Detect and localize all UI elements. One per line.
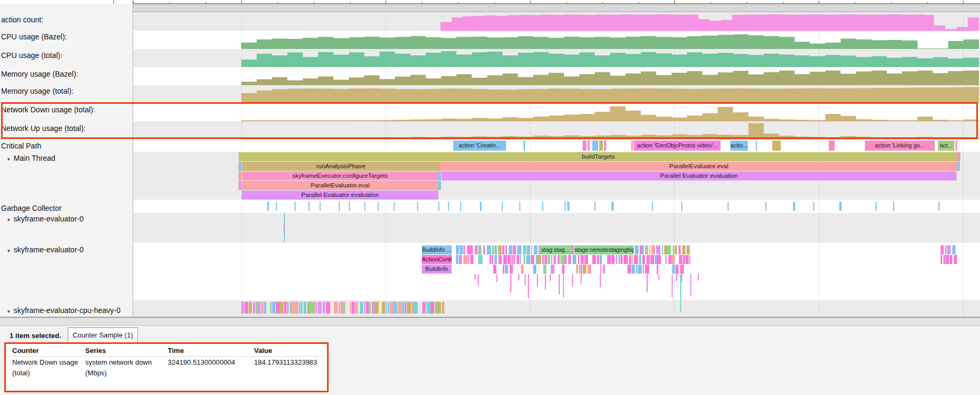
main-thread-slice[interactable]: Parallel Evaluator evaluation (442, 171, 957, 180)
critical-path-slice[interactable]: action 'Creatin... (453, 141, 506, 151)
slice (629, 255, 631, 264)
header-separator (6, 356, 325, 357)
slice (264, 302, 266, 314)
slice (478, 245, 481, 254)
main-thread-slice[interactable] (958, 152, 960, 161)
critical-path-slice[interactable] (604, 141, 606, 151)
critical-path-slice[interactable] (587, 141, 590, 151)
critical-path-slice[interactable] (829, 141, 835, 151)
dangling-slice (600, 274, 601, 287)
slice (683, 255, 685, 264)
main-thread-slice[interactable]: runAnalysisPhase (242, 162, 440, 171)
slice (655, 255, 656, 264)
main-thread-slice[interactable] (438, 171, 441, 180)
counter-chart-cpu-usage-bazel-[interactable] (133, 31, 980, 49)
main-thread-slice[interactable] (239, 162, 241, 171)
gc-tick (295, 202, 296, 211)
main-thread-slice[interactable]: ParallelEvaluator.eval (242, 181, 438, 190)
slice (657, 255, 660, 264)
slice (531, 245, 532, 254)
main-thread-slice[interactable]: buildTargets (239, 152, 958, 161)
slice (355, 302, 358, 314)
main-thread-slice[interactable]: skyframeExecutor.configureTargets (242, 171, 438, 180)
critical-path-slice[interactable] (524, 141, 525, 151)
dangling-slice (581, 274, 582, 284)
slice (257, 302, 260, 314)
slice (339, 302, 340, 314)
track-row-bg (133, 200, 980, 213)
gc-tick (480, 202, 481, 211)
counter-chart-network-up-usage-total-[interactable] (133, 121, 980, 139)
process-header[interactable]: ▾Process 1 (0, 4, 980, 12)
main-thread-slice[interactable] (958, 162, 960, 171)
slice (534, 245, 537, 254)
dangling-slice (698, 274, 699, 281)
gc-tick (765, 202, 766, 211)
sky2-slice[interactable]: BuildInfo ... (422, 245, 452, 254)
main-thread-slice[interactable] (438, 181, 441, 190)
sky1-dash (283, 232, 285, 233)
gc-tick (417, 202, 418, 211)
critical-path-slice[interactable]: act... (938, 141, 954, 151)
main-thread-slice[interactable] (239, 181, 241, 190)
critical-path-slice[interactable] (592, 141, 598, 151)
main-thread-slice[interactable]: Parallel Evaluator evaluation (242, 191, 438, 200)
track-row-bg (133, 213, 980, 243)
critical-path-slice[interactable] (756, 141, 757, 151)
counter-sample-table[interactable]: Counter Series Time Value Network Down u… (4, 342, 329, 392)
slice (639, 255, 641, 264)
horizontal-scrollbar[interactable] (0, 318, 980, 326)
sky2-slice[interactable]: BuildInfo (422, 265, 452, 274)
timeline-tracks[interactable]: action 'Creatin...action 'GenObjcProtos … (0, 13, 980, 317)
critical-path-slice[interactable]: action 'GenObjcProtos video/... (634, 141, 721, 151)
critical-path-slice[interactable] (631, 141, 633, 151)
gc-tick (565, 202, 566, 211)
slice (374, 302, 379, 314)
main-thread-slice[interactable] (239, 171, 241, 180)
gc-tick (448, 202, 449, 211)
slice (954, 255, 957, 264)
gc-tick (728, 202, 729, 211)
slice (551, 255, 552, 264)
slice (318, 302, 322, 314)
slice (323, 302, 325, 314)
time-ruler[interactable] (0, 0, 980, 4)
slice (600, 265, 602, 274)
slice (645, 265, 649, 274)
tab-counter-sample[interactable]: Counter Sample (1) (68, 327, 138, 343)
critical-path-slice[interactable] (772, 141, 781, 151)
sky2-slice[interactable]: stage:remotestagingbigb.remot... (574, 245, 634, 254)
gc-tick (267, 202, 269, 211)
slice (513, 245, 516, 254)
sky2-slice[interactable]: ActionConti... (422, 255, 452, 264)
slice (952, 245, 956, 254)
slice (943, 255, 946, 264)
counter-chart-memory-usage-bazel-[interactable] (133, 67, 980, 85)
gc-tick (308, 202, 309, 211)
slice (467, 245, 471, 254)
counter-chart-cpu-usage-total-[interactable] (133, 49, 980, 67)
critical-path-slice[interactable] (599, 141, 603, 151)
sky1-marker[interactable] (284, 213, 285, 242)
counter-chart-action-count[interactable] (133, 13, 980, 31)
critical-path-slice[interactable] (956, 141, 957, 151)
dangling-slice (518, 274, 519, 281)
slice (565, 255, 567, 264)
critical-path-slice[interactable] (583, 141, 586, 151)
slice (253, 302, 256, 314)
critical-path-slice[interactable]: actio... (730, 141, 748, 151)
slice (517, 245, 521, 254)
slice (304, 302, 307, 314)
gc-tick (893, 202, 894, 211)
counter-chart-memory-usage-total-[interactable] (133, 85, 980, 103)
slice (668, 255, 672, 264)
col-header-counter: Counter (12, 347, 39, 355)
sky2-slice[interactable]: stag:stag... (539, 245, 572, 254)
gc-tick (276, 202, 277, 211)
slice (463, 245, 466, 254)
dangling-slice (496, 274, 497, 282)
critical-path-slice[interactable]: action 'Linking go... (865, 141, 935, 151)
counter-chart-network-down-usage-total-[interactable] (133, 103, 980, 121)
slice (398, 302, 401, 314)
main-thread-slice[interactable]: ParallelEvaluator.eval (440, 162, 958, 171)
